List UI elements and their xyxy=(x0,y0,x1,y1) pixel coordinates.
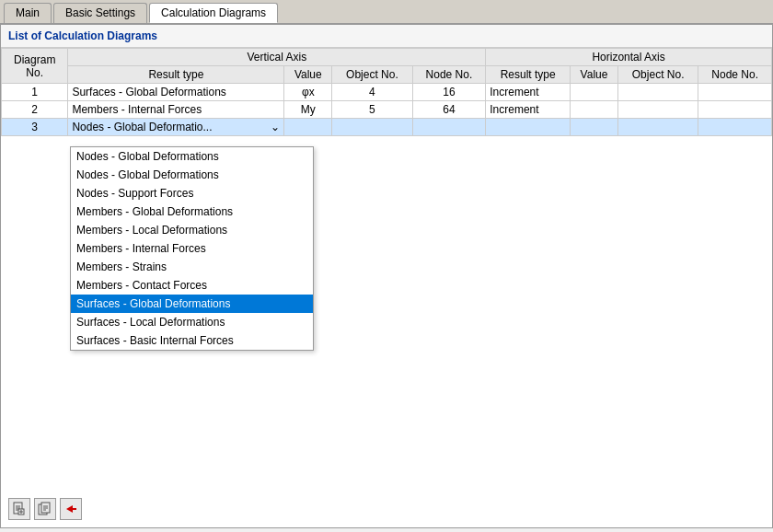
col-h-result-type: Result type xyxy=(486,66,571,84)
tab-basic-settings[interactable]: Basic Settings xyxy=(53,3,147,23)
col-v-obj-no: Object No. xyxy=(332,66,413,84)
result-type-dropdown[interactable]: Nodes - Global Deformations Nodes - Glob… xyxy=(70,146,314,351)
tab-bar: Main Basic Settings Calculation Diagrams xyxy=(0,0,773,24)
col-v-result-type: Result type xyxy=(68,66,284,84)
col-header-diagram-no: DiagramNo. xyxy=(2,49,68,84)
dropdown-item[interactable]: Surfaces - Basic Internal Forces xyxy=(71,331,313,350)
dropdown-item[interactable]: Nodes - Global Deformations xyxy=(71,166,313,184)
toolbar xyxy=(8,498,82,520)
dropdown-toggle-icon[interactable]: ⌄ xyxy=(271,121,280,133)
dropdown-item[interactable]: Members - Local Deformations xyxy=(71,221,313,239)
col-h-node-no: Node No. xyxy=(698,66,772,84)
copy-button[interactable] xyxy=(34,498,56,520)
col-header-horizontal-axis: Horizontal Axis xyxy=(486,49,772,66)
table-row: 2 Members - Internal Forces My 5 64 Incr… xyxy=(2,101,772,119)
col-header-vertical-axis: Vertical Axis xyxy=(68,49,486,66)
tab-calculation-diagrams[interactable]: Calculation Diagrams xyxy=(149,3,278,23)
dropdown-selected-text: Nodes - Global Deformatio... xyxy=(72,121,212,133)
export-icon xyxy=(63,502,78,516)
dropdown-item-selected[interactable]: Surfaces - Global Deformations xyxy=(71,295,313,313)
section-title: List of Calculation Diagrams xyxy=(1,25,772,48)
table-container: DiagramNo. Vertical Axis Horizontal Axis… xyxy=(1,48,772,136)
col-h-value: Value xyxy=(571,66,618,84)
dropdown-item[interactable]: Nodes - Global Deformations xyxy=(71,147,313,166)
new-button[interactable] xyxy=(8,498,30,520)
content-area: List of Calculation Diagrams DiagramNo. … xyxy=(0,24,773,528)
new-icon xyxy=(12,502,27,516)
dropdown-item[interactable]: Surfaces - Local Deformations xyxy=(71,313,313,331)
table-row-selected[interactable]: 3 Nodes - Global Deformatio... ⌄ xyxy=(2,119,772,136)
dropdown-item[interactable]: Nodes - Support Forces xyxy=(71,184,313,202)
calculation-diagrams-table: DiagramNo. Vertical Axis Horizontal Axis… xyxy=(1,48,772,136)
svg-marker-12 xyxy=(66,505,73,513)
col-v-value: Value xyxy=(284,66,332,84)
dropdown-item[interactable]: Members - Global Deformations xyxy=(71,202,313,221)
export-button[interactable] xyxy=(60,498,82,520)
col-h-obj-no: Object No. xyxy=(617,66,698,84)
dropdown-item[interactable]: Members - Internal Forces xyxy=(71,239,313,258)
tab-main[interactable]: Main xyxy=(4,3,52,23)
copy-icon xyxy=(38,502,52,516)
dropdown-item[interactable]: Members - Strains xyxy=(71,258,313,276)
col-v-node-no: Node No. xyxy=(412,66,486,84)
table-row: 1 Surfaces - Global Deformations φx 4 16… xyxy=(2,84,772,101)
dropdown-item[interactable]: Members - Contact Forces xyxy=(71,276,313,295)
